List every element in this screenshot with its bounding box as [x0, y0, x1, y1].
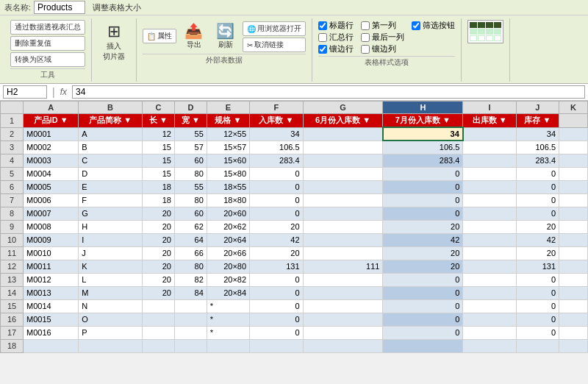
cell-4-G[interactable]: [303, 154, 383, 167]
cell-13-E[interactable]: 20×82: [207, 273, 249, 286]
cell-16-F[interactable]: 0: [250, 313, 303, 326]
cell-15-C[interactable]: [142, 299, 174, 313]
property-btn[interactable]: 📋属性: [143, 29, 176, 43]
cell-17-I[interactable]: [463, 326, 516, 339]
cell-6-H[interactable]: 0: [383, 180, 463, 193]
cell-9-A[interactable]: M0008: [24, 220, 79, 233]
cell-10-E[interactable]: 20×64: [207, 233, 249, 246]
cell-4-B[interactable]: C: [79, 154, 143, 167]
cell-13-G[interactable]: [303, 273, 383, 286]
cell-17-D[interactable]: [174, 326, 207, 339]
cell-8-E[interactable]: 20×60: [207, 207, 249, 220]
pivot-table-btn[interactable]: 通过数据透视表汇总: [10, 20, 85, 35]
cell-14-H[interactable]: 0: [383, 286, 463, 299]
cell-9-E[interactable]: 20×62: [207, 220, 249, 233]
cell-16-C[interactable]: [142, 313, 174, 326]
cell-11-B[interactable]: J: [79, 246, 143, 260]
formula-input[interactable]: [72, 85, 585, 99]
cell-7-F[interactable]: 0: [250, 193, 303, 207]
cell-18-C[interactable]: [142, 339, 174, 352]
cell-6-C[interactable]: 18: [142, 180, 174, 193]
header-width[interactable]: 宽 ▼: [174, 114, 207, 128]
table-style-preview[interactable]: [467, 20, 503, 43]
cell-8-D[interactable]: 60: [174, 207, 207, 220]
cell-18-A[interactable]: [24, 339, 79, 352]
header-product-name[interactable]: 产品简称 ▼: [79, 114, 143, 128]
cell-10-B[interactable]: I: [79, 233, 143, 246]
col-F-header[interactable]: F: [250, 102, 303, 114]
cell-8-G[interactable]: [303, 207, 383, 220]
col-H-header[interactable]: H: [383, 102, 463, 114]
cell-9-B[interactable]: H: [79, 220, 143, 233]
header-june-stock-in[interactable]: 6月份入库数 ▼: [303, 114, 383, 128]
cell-16-E[interactable]: *: [207, 313, 249, 326]
cell-14-I[interactable]: [463, 286, 516, 299]
cell-15-E[interactable]: *: [207, 299, 249, 313]
header-length[interactable]: 长 ▼: [142, 114, 174, 128]
cell-8-C[interactable]: 20: [142, 207, 174, 220]
refresh-btn[interactable]: 🔄 刷新: [211, 20, 240, 52]
cell-18-E[interactable]: [207, 339, 249, 352]
cell-8-F[interactable]: 0: [250, 207, 303, 220]
cell-17-G[interactable]: [303, 326, 383, 339]
cell-7-G[interactable]: [303, 193, 383, 207]
cb-filter-btn[interactable]: 筛选按钮: [412, 20, 455, 31]
cell-3-C[interactable]: 15: [142, 141, 174, 154]
cell-4-H[interactable]: 283.4: [383, 154, 463, 167]
cell-12-A[interactable]: M0011: [24, 260, 79, 273]
cell-16-B[interactable]: O: [79, 313, 143, 326]
cell-7-A[interactable]: M0006: [24, 193, 79, 207]
cell-12-H[interactable]: 20: [383, 260, 463, 273]
cell-9-D[interactable]: 62: [174, 220, 207, 233]
open-browser-btn[interactable]: 🌐用浏览器打开: [243, 21, 306, 36]
convert-range-btn[interactable]: 转换为区域: [10, 52, 85, 67]
cell-16-D[interactable]: [174, 313, 207, 326]
cell-14-E[interactable]: 20×84: [207, 286, 249, 299]
cell-16-I[interactable]: [463, 313, 516, 326]
header-spec[interactable]: 规格 ▼: [207, 114, 249, 128]
cell-4-C[interactable]: 15: [142, 154, 174, 167]
col-I-header[interactable]: I: [463, 102, 516, 114]
col-E-header[interactable]: E: [207, 102, 249, 114]
cb-banded-cols[interactable]: 镶边列: [361, 43, 404, 54]
cell-6-G[interactable]: [303, 180, 383, 193]
table-name-input[interactable]: [34, 1, 85, 14]
cell-18-G[interactable]: [303, 339, 383, 352]
cell-9-G[interactable]: [303, 220, 383, 233]
cell-11-C[interactable]: 20: [142, 246, 174, 260]
cell-8-I[interactable]: [463, 207, 516, 220]
cell-2-G[interactable]: [303, 127, 383, 141]
cell-4-A[interactable]: M0003: [24, 154, 79, 167]
cell-12-D[interactable]: 80: [174, 260, 207, 273]
header-stock-out[interactable]: 出库数 ▼: [463, 114, 516, 128]
cell-6-B[interactable]: E: [79, 180, 143, 193]
cell-4-I[interactable]: [463, 154, 516, 167]
col-K-header[interactable]: K: [559, 102, 588, 114]
cb-banded-rows[interactable]: 镶边行: [318, 43, 354, 54]
cell-14-D[interactable]: 84: [174, 286, 207, 299]
cell-3-F[interactable]: 106.5: [250, 141, 303, 154]
cell-18-I[interactable]: [463, 339, 516, 352]
cell-14-G[interactable]: [303, 286, 383, 299]
cell-7-E[interactable]: 18×80: [207, 193, 249, 207]
cell-4-E[interactable]: 15×60: [207, 154, 249, 167]
cell-7-J[interactable]: 0: [516, 193, 559, 207]
cell-11-F[interactable]: 20: [250, 246, 303, 260]
cell-14-C[interactable]: 20: [142, 286, 174, 299]
col-C-header[interactable]: C: [142, 102, 174, 114]
cell-12-B[interactable]: K: [79, 260, 143, 273]
cell-2-C[interactable]: 12: [142, 127, 174, 141]
header-inventory[interactable]: 库存 ▼: [516, 114, 559, 128]
cell-11-E[interactable]: 20×66: [207, 246, 249, 260]
cell-2-I[interactable]: [463, 127, 516, 141]
cell-2-B[interactable]: A: [79, 127, 143, 141]
col-B-header[interactable]: B: [79, 102, 143, 114]
export-btn[interactable]: 📤 导出: [179, 20, 208, 52]
cb-last-col[interactable]: 最后一列: [361, 32, 404, 43]
cell-2-J[interactable]: 34: [516, 127, 559, 141]
cell-17-E[interactable]: *: [207, 326, 249, 339]
cell-3-G[interactable]: [303, 141, 383, 154]
cell-7-C[interactable]: 18: [142, 193, 174, 207]
col-G-header[interactable]: G: [303, 102, 383, 114]
cell-9-J[interactable]: 20: [516, 220, 559, 233]
